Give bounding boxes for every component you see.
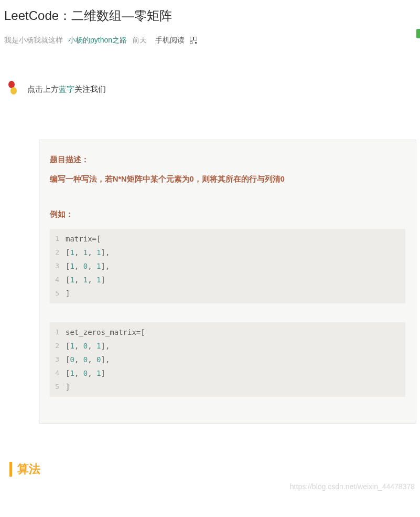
line-number: 2 (50, 246, 66, 259)
line-number: 3 (50, 259, 66, 273)
code-line: 4[1, 1, 1] (50, 273, 405, 287)
code-text: [1, 0, 1], (66, 259, 110, 273)
code-text: [1, 1, 1] (66, 273, 105, 287)
mobile-read-link[interactable]: 手机阅读 (155, 36, 185, 45)
algo-heading: 算法 (9, 461, 420, 477)
article-title: LeetCode：二维数组—零矩阵 (4, 7, 416, 24)
balloons-icon (8, 81, 20, 98)
desc-text: 编写一种写法，若N*N矩阵中某个元素为0，则将其所在的行与列清0 (50, 174, 405, 184)
code-text: [1, 1, 1], (66, 246, 110, 259)
author-name: 我是小杨我就这样 (4, 36, 63, 45)
code-line: 3[0, 0, 0], (50, 353, 405, 366)
code-text: set_zeros_matrix=[ (66, 325, 145, 339)
code-line: 2[1, 1, 1], (50, 246, 405, 259)
code-block-input: 1matrix=[2[1, 1, 1],3[1, 0, 1],4[1, 1, 1… (50, 229, 405, 303)
problem-card: 题目描述： 编写一种写法，若N*N矩阵中某个元素为0，则将其所在的行与列清0 例… (39, 140, 416, 424)
code-block-output: 1set_zeros_matrix=[2[1, 0, 1],3[0, 0, 0]… (50, 322, 405, 397)
code-line: 5] (50, 380, 405, 394)
code-text: ] (66, 380, 70, 394)
algo-heading-text: 算法 (17, 461, 40, 477)
source-link[interactable]: 小杨的python之路 (68, 36, 127, 45)
code-text: [1, 0, 1] (66, 366, 105, 380)
line-number: 1 (50, 325, 66, 339)
watermark-text: https://blog.csdn.net/weixin_44478378 (0, 477, 420, 495)
line-number: 5 (50, 380, 66, 394)
line-number: 3 (50, 353, 66, 366)
line-number: 4 (50, 273, 66, 287)
code-text: matrix=[ (66, 232, 101, 246)
side-tab[interactable] (416, 29, 420, 38)
line-number: 1 (50, 232, 66, 246)
code-line: 3[1, 0, 1], (50, 259, 405, 273)
code-text: [1, 0, 1], (66, 339, 110, 353)
article-header: LeetCode：二维数组—零矩阵 我是小杨我就这样 小杨的python之路 前… (0, 0, 420, 49)
publish-time: 前天 (132, 36, 147, 45)
code-line: 5] (50, 287, 405, 300)
follow-blue-link[interactable]: 蓝字 (59, 85, 74, 93)
article-meta: 我是小杨我就这样 小杨的python之路 前天 手机阅读 (4, 36, 416, 49)
line-number: 4 (50, 366, 66, 380)
heading-bar-icon (9, 462, 12, 477)
code-line: 1set_zeros_matrix=[ (50, 325, 405, 339)
code-line: 1matrix=[ (50, 232, 405, 246)
follow-prefix: 点击上方 (27, 85, 59, 93)
line-number: 5 (50, 287, 66, 300)
follow-suffix: 关注我们 (74, 85, 106, 93)
follow-prompt: 点击上方蓝字关注我们 (8, 81, 420, 98)
line-number: 2 (50, 339, 66, 353)
example-label: 例如： (50, 209, 405, 219)
code-line: 4[1, 0, 1] (50, 366, 405, 380)
follow-text: 点击上方蓝字关注我们 (27, 85, 106, 94)
qr-icon[interactable] (190, 37, 197, 44)
code-line: 2[1, 0, 1], (50, 339, 405, 353)
code-text: [0, 0, 0], (66, 353, 110, 366)
desc-label: 题目描述： (50, 155, 405, 165)
code-text: ] (66, 287, 70, 300)
